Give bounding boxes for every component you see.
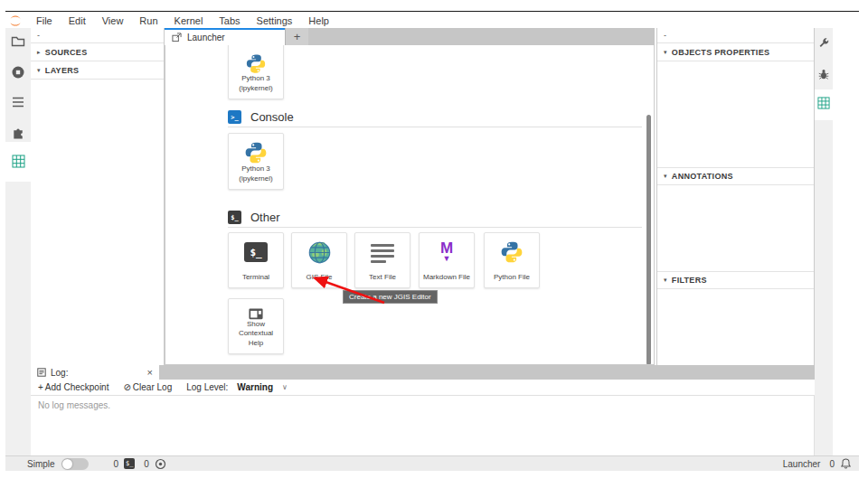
launcher-icon [172, 33, 182, 42]
caret-icon: ▸ [37, 49, 41, 56]
menu-tabs[interactable]: Tabs [211, 15, 248, 26]
status-bar: Simple 0 $_ 0 Launcher 0 [5, 455, 859, 471]
tab-launcher[interactable]: Launcher [165, 28, 285, 45]
launcher-scrollbar[interactable] [646, 115, 651, 365]
clear-log-label: Clear Log [133, 382, 172, 392]
card-label: Terminal [242, 273, 269, 281]
tab-log-label: Log: [51, 368, 68, 378]
new-tab-button[interactable]: + [285, 28, 308, 45]
terminal-card[interactable]: $_ Terminal [228, 232, 284, 288]
objects-properties-label: OBJECTS PROPERTIES [672, 48, 769, 57]
log-level-control[interactable]: Log Level: Warning ∨ [186, 382, 288, 392]
show-contextual-help-card[interactable]: Show Contextual Help [228, 298, 284, 354]
caret-icon: ▾ [37, 67, 41, 74]
markdown-icon: M ▼ [440, 240, 453, 263]
card-label: Markdown File [423, 273, 470, 281]
table-of-contents-icon[interactable] [5, 95, 31, 109]
menu-edit[interactable]: Edit [61, 15, 94, 26]
layers-label: LAYERS [45, 66, 79, 75]
chevron-down-icon: ∨ [282, 383, 288, 391]
log-level-label: Log Level: [186, 382, 228, 392]
markdown-file-card[interactable]: M ▼ Markdown File [419, 232, 475, 288]
objects-properties-header[interactable]: ▾ OBJECTS PROPERTIES [657, 43, 814, 61]
python-icon [244, 53, 268, 74]
menu-file[interactable]: File [28, 15, 61, 26]
jgis-panel-icon[interactable] [5, 155, 31, 168]
tab-launcher-label: Launcher [187, 33, 225, 42]
console-python3-card[interactable]: Python 3 (ipykernel) [228, 133, 284, 190]
extension-manager-icon[interactable] [5, 125, 31, 140]
add-checkpoint-button[interactable]: + Add Checkpoint [38, 382, 108, 392]
caret-icon: ▾ [664, 277, 667, 284]
card-label-line1: Python 3 [241, 164, 270, 173]
clear-icon: ⊘ [123, 382, 130, 392]
add-checkpoint-label: Add Checkpoint [45, 382, 109, 392]
right-sidebar [815, 28, 833, 455]
close-icon[interactable]: × [147, 367, 153, 378]
log-content: No log messages. [31, 396, 815, 455]
gis-globe-icon [307, 240, 332, 265]
launcher-panel: Python 3 (ipykernel) >_ Console Python 3… [165, 45, 655, 365]
card-label-line2: (ipykernel) [239, 84, 272, 92]
right-panel-title: - [657, 28, 814, 43]
toggle-knob [62, 459, 72, 469]
left-panel: - ▸ SOURCES ▾ LAYERS [31, 28, 165, 365]
current-activity-label[interactable]: Launcher [783, 459, 821, 469]
text-file-card[interactable]: Text File [354, 232, 410, 288]
card-label: Python File [494, 273, 530, 281]
plus-icon: + [294, 30, 301, 43]
menu-settings[interactable]: Settings [249, 15, 301, 26]
terminal-icon: $_ [244, 242, 268, 262]
tooltip: Create a new JGIS Editor [343, 290, 438, 304]
jgis-right-panel-icon[interactable] [815, 97, 833, 109]
jupyterlab-window: File Edit View Run Kernel Tabs Settings … [0, 0, 868, 488]
console-section-title: Console [250, 110, 294, 124]
tab-log[interactable]: Log: × [31, 365, 159, 380]
contextual-help-icon [243, 308, 269, 320]
caret-icon: ▾ [664, 49, 667, 56]
annotations-label: ANNOTATIONS [672, 172, 733, 181]
card-label-line2: (ipykernel) [239, 174, 272, 183]
python-file-card[interactable]: Python File [484, 232, 540, 288]
sources-label: SOURCES [45, 48, 88, 57]
simple-mode-toggle[interactable] [61, 458, 89, 470]
log-icon [37, 368, 46, 377]
file-browser-icon[interactable] [5, 34, 31, 49]
caret-icon: ▾ [664, 173, 667, 180]
right-panel: - ▾ OBJECTS PROPERTIES ▾ ANNOTATIONS ▾ F… [656, 28, 815, 365]
notebook-python3-card[interactable]: Python 3 (ipykernel) [228, 45, 284, 99]
left-panel-title: - [31, 28, 164, 43]
terminal-section-icon: $_ [228, 211, 241, 224]
card-label: Text File [369, 273, 396, 281]
card-label: GIS File [307, 273, 333, 281]
log-toolbar: + Add Checkpoint ⊘ Clear Log Log Level: … [31, 380, 815, 396]
menu-kernel[interactable]: Kernel [166, 15, 212, 26]
running-sessions-icon[interactable] [5, 65, 31, 80]
kernel-count: 0 [144, 459, 149, 469]
bell-icon[interactable] [840, 457, 852, 470]
menu-help[interactable]: Help [300, 15, 337, 26]
terminal-status-icon[interactable]: $_ [124, 458, 135, 469]
menu-bar: File Edit View Run Kernel Tabs Settings … [5, 11, 859, 29]
clear-log-button[interactable]: ⊘ Clear Log [123, 382, 172, 392]
sources-section-header[interactable]: ▸ SOURCES [31, 43, 164, 61]
debugger-icon[interactable] [815, 68, 833, 81]
filters-label: FILTERS [672, 276, 707, 285]
python-icon [500, 240, 524, 264]
layers-section-header[interactable]: ▾ LAYERS [31, 61, 164, 80]
plus-icon: + [38, 382, 43, 392]
filters-header[interactable]: ▾ FILTERS [657, 271, 814, 289]
kernel-status-icon[interactable] [155, 458, 166, 470]
tooltip-text: Create a new JGIS Editor [349, 293, 431, 301]
python-icon [244, 141, 268, 164]
log-tab-bar: Log: × [31, 365, 815, 380]
property-inspector-icon[interactable] [815, 37, 833, 50]
menu-run[interactable]: Run [131, 15, 165, 26]
annotations-header[interactable]: ▾ ANNOTATIONS [657, 167, 814, 185]
gis-file-card[interactable]: GIS File [291, 232, 347, 288]
simple-mode-label: Simple [27, 459, 55, 469]
card-label-line1: Show [247, 320, 265, 328]
left-sidebar [5, 28, 31, 455]
menu-view[interactable]: View [94, 15, 132, 26]
card-label-line1: Python 3 [241, 74, 270, 82]
